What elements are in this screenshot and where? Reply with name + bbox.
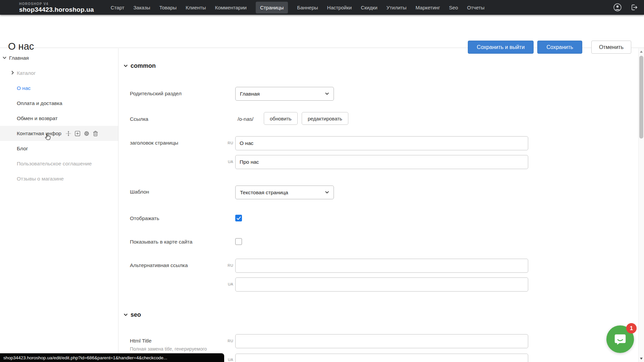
lang-badge-ru: RU	[225, 339, 233, 343]
section-common-header[interactable]: common	[123, 62, 156, 69]
template-label: Шаблон	[130, 189, 149, 195]
status-url-text: shop34423.horoshop.ua/edit/edit.php?id=6…	[3, 355, 167, 360]
chevron-right-icon[interactable]	[10, 70, 15, 75]
menu-marketing[interactable]: Маркетинг	[415, 2, 440, 13]
parent-section-value: Главная	[240, 91, 260, 97]
sitemap-checkbox-unchecked[interactable]	[235, 238, 242, 245]
tree-item-label: Контактная инфор	[17, 131, 61, 137]
lang-badge-ru: RU	[225, 263, 233, 267]
alt-link-label: Альтернативная ссылка	[130, 262, 188, 268]
chat-bubble-icon	[613, 332, 627, 346]
settings-icon[interactable]	[84, 131, 90, 137]
section-title: common	[131, 62, 156, 69]
user-icon[interactable]	[613, 3, 622, 12]
tree-item-kontaktnaya-infor[interactable]: Контактная инфор	[0, 126, 118, 141]
menu-orders[interactable]: Заказы	[134, 2, 150, 13]
add-icon[interactable]	[75, 131, 81, 137]
link-path-value: /o-nas/	[238, 116, 253, 122]
scrollbar-up-arrow[interactable]	[640, 51, 643, 53]
chevron-down-icon	[123, 64, 128, 68]
menu-clients[interactable]: Клиенты	[186, 2, 206, 13]
chevron-down-icon	[123, 313, 128, 317]
page-heading-ua-input[interactable]	[235, 155, 528, 169]
tree-item-actions	[65, 131, 98, 137]
menu-utilities[interactable]: Утилиты	[387, 2, 407, 13]
tree-item-label: Обмен и возврат	[17, 115, 58, 121]
alt-link-ru-input[interactable]	[235, 259, 528, 273]
chevron-down-icon[interactable]	[2, 56, 7, 60]
delete-icon[interactable]	[93, 131, 98, 137]
tree-item-polzovatelskoe-soglashenie[interactable]: Пользовательское соглашение	[0, 156, 118, 171]
html-title-ua-input[interactable]	[235, 354, 528, 362]
scrollbar-thumb[interactable]	[639, 56, 643, 139]
lang-badge-ru: RU	[225, 141, 233, 145]
link-refresh-button[interactable]: обновить	[264, 112, 298, 125]
save-button[interactable]: Сохранить	[537, 41, 582, 54]
page-heading-label: заголовок страницы	[130, 140, 178, 146]
display-label: Отображать	[130, 215, 159, 221]
tree-item-label: Оплата и доставка	[17, 100, 62, 106]
tree-item-glavnaya[interactable]: Главная	[0, 50, 118, 65]
tree-item-blog[interactable]: Блог	[0, 141, 118, 156]
top-menu: Старт Заказы Товары Клиенты Комментарии …	[111, 2, 485, 13]
cancel-button[interactable]: Отменить	[591, 41, 631, 54]
tree-item-label: Отзывы о магазине	[17, 176, 64, 182]
lang-badge-ua: UA	[225, 358, 233, 362]
display-checkbox-checked[interactable]	[235, 215, 242, 221]
link-preview-statusbar: shop34423.horoshop.ua/edit/edit.php?id=6…	[0, 353, 224, 362]
tree-item-label: Каталог	[17, 70, 36, 76]
tree-item-obmen-i-vozvrat[interactable]: Обмен и возврат	[0, 111, 118, 126]
template-select[interactable]: Текстовая страница	[235, 186, 334, 199]
shop-domain-label: shop34423.horoshop.ua	[19, 6, 94, 13]
header-action-buttons: Сохранить и выйти Сохранить Отменить	[468, 41, 631, 54]
page-heading-ru-input[interactable]	[235, 136, 528, 150]
page-header: О нас Сохранить и выйти Сохранить Отмени…	[0, 15, 644, 48]
save-and-exit-button[interactable]: Сохранить и выйти	[468, 41, 534, 54]
menu-start[interactable]: Старт	[111, 2, 125, 13]
menu-reports[interactable]: Отчеты	[467, 2, 485, 13]
tree-item-label: Блог	[17, 146, 28, 152]
section-seo-header[interactable]: seo	[123, 311, 141, 318]
menu-discounts[interactable]: Скидки	[361, 2, 377, 13]
tree-item-label: Главная	[9, 55, 29, 61]
sitemap-label: Показывать в карте сайта	[130, 239, 192, 245]
parent-section-label: Родительский раздел	[130, 91, 182, 97]
menu-pages-active[interactable]: Страницы	[256, 2, 288, 13]
topbar-right-icons	[613, 3, 638, 12]
app-logo[interactable]: HOROSHOP V4 shop34423.horoshop.ua	[19, 2, 94, 13]
tree-item-oplata-i-dostavka[interactable]: Оплата и доставка	[0, 96, 118, 111]
tree-item-otzyvy-o-magazine[interactable]: Отзывы о магазине	[0, 171, 118, 186]
html-title-ru-input[interactable]	[235, 334, 528, 348]
link-edit-button[interactable]: редактировать	[302, 112, 348, 125]
menu-settings[interactable]: Настройки	[327, 2, 352, 13]
chevron-down-icon	[325, 190, 329, 195]
tree-item-label: Пользовательское соглашение	[17, 161, 92, 167]
template-value: Текстовая страница	[240, 190, 288, 196]
tree-item-label: О нас	[17, 85, 31, 91]
checkmark-icon	[237, 216, 241, 220]
section-title: seo	[131, 311, 141, 318]
link-label: Ссылка	[130, 116, 148, 122]
parent-section-select[interactable]: Главная	[235, 87, 334, 101]
vertical-scrollbar[interactable]	[638, 48, 644, 362]
alt-link-ua-input[interactable]	[235, 277, 528, 292]
menu-comments[interactable]: Комментарии	[215, 2, 246, 13]
scrollbar-down-arrow[interactable]	[640, 358, 643, 360]
menu-seo[interactable]: Seo	[449, 2, 458, 13]
lang-badge-ua: UA	[225, 282, 233, 286]
tree-item-katalog[interactable]: Каталог	[0, 65, 118, 81]
chat-unread-badge[interactable]: 1	[626, 323, 637, 333]
tree-item-o-nas-selected[interactable]: О нас	[0, 81, 118, 96]
top-navigation-bar: HOROSHOP V4 shop34423.horoshop.ua Старт …	[0, 0, 644, 15]
lang-badge-ua: UA	[225, 160, 233, 164]
chevron-down-icon	[325, 92, 329, 96]
logo-version-label: HOROSHOP V4	[19, 2, 94, 6]
html-title-label: Html Title	[130, 338, 152, 344]
menu-banners[interactable]: Баннеры	[297, 2, 318, 13]
html-title-hint: Полная замена title, генерируемого	[130, 346, 207, 352]
page-title: О нас	[8, 41, 34, 52]
menu-products[interactable]: Товары	[159, 2, 177, 13]
page-edit-form: common Родительский раздел Главная Ссылк…	[119, 48, 638, 362]
logout-icon[interactable]	[630, 3, 638, 11]
move-icon[interactable]	[65, 131, 71, 137]
